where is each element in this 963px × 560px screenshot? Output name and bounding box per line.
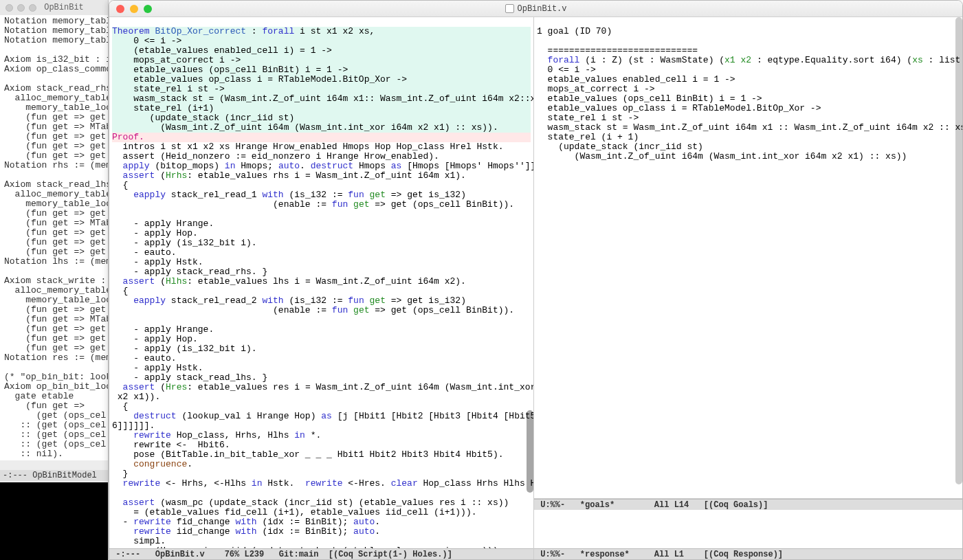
bg-modeline: -:--- OpBinBitModel bbox=[0, 470, 108, 481]
response-area[interactable] bbox=[534, 510, 963, 548]
theorem-name: BitOp_Xor_correct bbox=[155, 26, 246, 36]
bg-traffic-light bbox=[17, 4, 25, 12]
left-modeline: -:--- OpBinBit.v 76% L239 Git:main [(Coq… bbox=[109, 548, 533, 559]
bg-traffic-light bbox=[5, 4, 13, 12]
window-title: OpBinBit.v bbox=[505, 4, 566, 14]
left-scrollbar[interactable] bbox=[527, 410, 533, 493]
zoom-button[interactable] bbox=[144, 5, 152, 13]
title-text: OpBinBit.v bbox=[517, 4, 566, 14]
coq-script-area[interactable]: Theorem BitOp_Xor_correct : forall i st … bbox=[109, 17, 533, 548]
main-editor-window: OpBinBit.v Theorem BitOp_Xor_correct : f… bbox=[109, 0, 963, 560]
bg-title: OpBinBit bbox=[41, 3, 108, 12]
goals-modeline: U:%%- *goals* All L14 [(Coq Goals)] bbox=[534, 499, 963, 510]
kw-theorem: Theorem bbox=[112, 26, 150, 36]
coq-script-pane: Theorem BitOp_Xor_correct : forall i st … bbox=[109, 17, 534, 559]
close-button[interactable] bbox=[116, 5, 124, 13]
right-pane: 1 goal (ID 70) =========================… bbox=[534, 17, 963, 559]
response-modeline: U:%%- *response* All L1 [(Coq Response)] bbox=[534, 548, 963, 559]
right-scrollbar[interactable] bbox=[955, 17, 962, 484]
proof-keyword: Proof. bbox=[112, 132, 144, 142]
background-editor-window: OpBinBit Notation memory_table Notation … bbox=[0, 0, 109, 560]
bg-titlebar: OpBinBit bbox=[0, 0, 108, 15]
file-icon bbox=[505, 4, 513, 13]
traffic-lights bbox=[116, 5, 152, 13]
goals-area[interactable]: 1 goal (ID 70) =========================… bbox=[534, 17, 963, 499]
minimize-button[interactable] bbox=[130, 5, 138, 13]
bg-traffic-light bbox=[29, 4, 36, 12]
titlebar[interactable]: OpBinBit.v bbox=[109, 1, 962, 17]
bg-terminal[interactable] bbox=[0, 482, 108, 560]
bg-code-area[interactable]: Notation memory_table Notation memory_ta… bbox=[0, 15, 108, 460]
